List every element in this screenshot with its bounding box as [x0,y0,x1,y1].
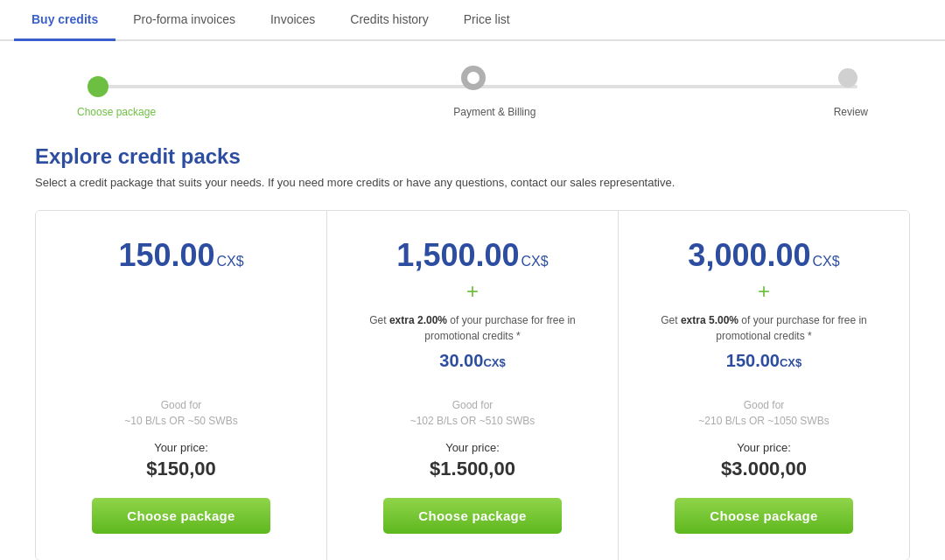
package-card-3000: 3,000.00 CX$ + Get extra 5.00% of your p… [619,211,909,560]
card-goodfor-label-3000: Good for [744,399,785,411]
card-yourprice-1500: $1.500,00 [430,458,515,480]
card-goodfor-detail-3000: ~210 B/Ls OR ~1050 SWBs [698,415,829,427]
card-plus-1500: + [466,279,479,304]
tab-bar: Buy credits Pro-forma invoices Invoices … [0,0,945,41]
card-goodfor-label-1500: Good for [452,399,494,411]
card-yourprice-3000: $3.000,00 [721,458,807,480]
card-promo-text-1500: Get extra 2.00% of your purchase for fre… [345,312,600,344]
step-label-review: Review [834,106,868,118]
card-goodfor-detail-1500: ~102 B/Ls OR ~510 SWBs [410,415,536,427]
package-card-150: 150.00 CX$ Good for ~10 B/Ls OR ~50 SWBs… [36,211,327,560]
tab-buy-credits[interactable]: Buy credits [14,0,116,41]
step-review [838,68,858,88]
card-yourprice-label-1500: Your price: [445,441,500,454]
step-label-choose-package: Choose package [77,106,156,118]
card-plus-3000: + [758,279,770,304]
card-goodfor-label-150: Good for [161,399,202,411]
card-promo-amount-1500: 30.00CX$ [439,351,505,371]
card-yourprice-150: $150,00 [146,458,216,480]
card-yourprice-label-3000: Your price: [737,441,791,454]
card-promo-text-3000: Get extra 5.00% of your purchase for fre… [636,312,892,344]
tab-credits-history[interactable]: Credits history [332,0,445,41]
stepper: Choose package Payment & Billing Review [0,41,945,127]
choose-package-button-3000[interactable]: Choose package [675,498,852,534]
page-subtitle: Select a credit package that suits your … [35,176,910,189]
step-choose-package [88,76,108,97]
card-yourprice-label-150: Your price: [154,441,208,454]
card-amount-1500: 1,500.00 CX$ [396,237,548,274]
card-goodfor-detail-150: ~10 B/Ls OR ~50 SWBs [124,415,237,427]
step-label-payment-billing: Payment & Billing [453,106,536,118]
packages-container: 150.00 CX$ Good for ~10 B/Ls OR ~50 SWBs… [35,210,910,560]
package-card-1500: 1,500.00 CX$ + Get extra 2.00% of your p… [327,211,619,560]
main-content: Explore credit packs Select a credit pac… [0,127,945,560]
card-promo-amount-3000: 150.00CX$ [726,351,802,371]
page-title: Explore credit packs [35,144,910,169]
choose-package-button-150[interactable]: Choose package [92,498,270,534]
tab-invoices[interactable]: Invoices [253,0,332,41]
tab-price-list[interactable]: Price list [446,0,528,41]
step-payment-billing [461,66,486,90]
card-amount-150: 150.00 CX$ [118,237,243,274]
card-amount-3000: 3,000.00 CX$ [688,237,839,274]
choose-package-button-1500[interactable]: Choose package [383,498,561,534]
tab-pro-forma[interactable]: Pro-forma invoices [116,0,253,41]
